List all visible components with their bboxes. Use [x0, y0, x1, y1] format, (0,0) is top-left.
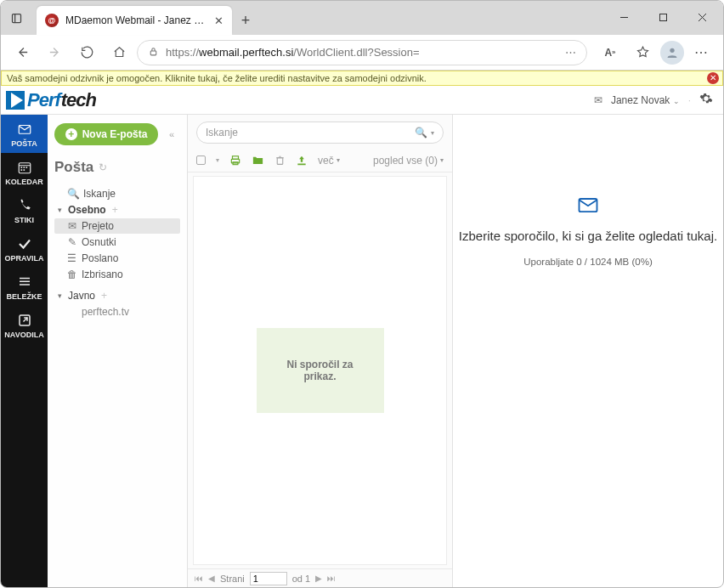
primary-nav: POŠTA KOLEDAR STIKI OPRAVILA BELEŽKE NAV…	[1, 115, 48, 587]
drafts-icon: ✎	[66, 236, 77, 248]
more-menu[interactable]: več ▾	[318, 155, 340, 167]
new-tab-button[interactable]: +	[232, 6, 259, 35]
nav-refresh-button[interactable]	[72, 38, 101, 67]
reading-placeholder: Izberite sporočilo, ki si ga želite ogle…	[459, 229, 717, 243]
sent-icon: ☰	[66, 252, 77, 264]
tab-actions-button[interactable]	[1, 1, 31, 35]
url-text: https://webmail.perftech.si/WorldClient.…	[166, 46, 558, 59]
folder-sent[interactable]: ☰Poslano	[54, 251, 180, 266]
pager-first[interactable]: ⏮	[195, 574, 203, 583]
url-more-icon[interactable]: ⋯	[565, 46, 576, 59]
svg-point-9	[670, 48, 674, 52]
svg-rect-17	[23, 169, 25, 171]
message-list: Ni sporočil za prikaz.	[193, 176, 447, 565]
pager-last[interactable]: ⏭	[327, 574, 336, 583]
tab-title: MDaemon Webmail - Janez Nov…	[65, 14, 207, 26]
window-minimize-button[interactable]	[604, 1, 643, 33]
window-close-button[interactable]	[682, 1, 721, 33]
add-public-folder-icon[interactable]: +	[101, 290, 107, 302]
tab-favicon: @	[45, 14, 59, 27]
settings-button[interactable]	[699, 92, 713, 108]
svg-rect-16	[20, 169, 22, 171]
refresh-folders-icon[interactable]: ↻	[99, 161, 107, 173]
browser-tab[interactable]: @ MDaemon Webmail - Janez Nov… ✕	[37, 6, 232, 35]
trash-icon: 🗑	[66, 269, 77, 280]
envelope-large-icon	[576, 193, 600, 217]
export-button[interactable]	[296, 155, 308, 167]
svg-rect-3	[659, 14, 666, 20]
window-maximize-button[interactable]	[643, 1, 682, 33]
nav-notes[interactable]: BELEŽKE	[1, 268, 48, 306]
tree-search[interactable]: 🔍Iskanje	[54, 186, 180, 201]
nav-mail[interactable]: POŠTA	[1, 115, 48, 153]
nav-calendar[interactable]: KOLEDAR	[1, 153, 48, 191]
tab-close-icon[interactable]: ✕	[214, 14, 223, 27]
check-icon	[17, 236, 32, 252]
plus-icon: +	[65, 128, 77, 140]
user-menu[interactable]: Janez Novak ⌄	[611, 94, 680, 106]
svg-rect-8	[150, 50, 156, 54]
reading-pane: Izberite sporočilo, ki si ga želite ogle…	[453, 115, 723, 587]
external-link-icon	[17, 313, 32, 328]
svg-rect-14	[23, 167, 25, 168]
add-folder-icon[interactable]: +	[112, 204, 118, 216]
svg-rect-15	[25, 167, 27, 168]
compose-button[interactable]: + Nova E-pošta	[54, 123, 158, 145]
folder-trash[interactable]: 🗑Izbrisano	[54, 267, 180, 282]
address-bar[interactable]: https://webmail.perftech.si/WorldClient.…	[137, 40, 587, 65]
app-menu-button[interactable]: ⋯	[687, 38, 716, 67]
message-list-pane: Iskanje 🔍 ▾ ▾ več ▾ pogled vse (0) ▾ Ni …	[188, 115, 453, 587]
pager-prev[interactable]: ◀	[208, 574, 215, 583]
nav-back-button[interactable]	[8, 38, 37, 67]
profile-button[interactable]	[660, 41, 684, 65]
list-icon	[17, 274, 32, 290]
nav-help[interactable]: NAVODILA	[1, 306, 48, 344]
pager-page-input[interactable]	[250, 572, 287, 585]
inbox-icon: ✉	[66, 220, 77, 232]
browser-toolbar: https://webmail.perftech.si/WorldClient.…	[1, 35, 723, 71]
nav-contacts[interactable]: STIKI	[1, 191, 48, 229]
envelope-icon: ✉	[594, 94, 602, 106]
site-info-icon[interactable]	[148, 46, 159, 59]
search-icon: 🔍	[68, 188, 79, 200]
svg-rect-0	[12, 14, 20, 22]
autoresponder-banner[interactable]: Vaš samodejni odzivnik je omogočen. Klik…	[1, 71, 723, 86]
public-perftech-tv[interactable]: perftech.tv	[54, 304, 180, 319]
list-toolbar: ▾ več ▾ pogled vse (0) ▾	[188, 149, 452, 172]
tree-personal[interactable]: ▾Osebno+	[54, 202, 180, 218]
delete-button[interactable]	[274, 155, 286, 166]
pager-next[interactable]: ▶	[315, 574, 322, 583]
folder-sidebar: + Nova E-pošta « Pošta ↻ 🔍Iskanje ▾Osebn…	[48, 115, 188, 587]
pager: ⏮ ◀ Strani od 1 ▶ ⏭	[188, 568, 452, 587]
quota-text: Uporabljate 0 / 1024 MB (0%)	[523, 257, 653, 267]
brand-logo: Perftech	[6, 89, 96, 111]
read-aloud-button[interactable]: A»	[596, 38, 625, 67]
nav-tasks[interactable]: OPRAVILA	[1, 229, 48, 268]
banner-close-icon[interactable]: ✕	[707, 72, 719, 84]
tree-public[interactable]: ▾Javno+	[54, 288, 180, 303]
svg-rect-13	[20, 167, 22, 168]
nav-forward-button[interactable]	[40, 38, 69, 67]
folder-inbox[interactable]: ✉Prejeto	[54, 218, 180, 234]
browser-titlebar: @ MDaemon Webmail - Janez Nov… ✕ +	[1, 1, 723, 35]
message-search-input[interactable]: Iskanje 🔍 ▾	[196, 122, 444, 144]
move-button[interactable]	[252, 154, 264, 167]
collapse-sidebar-button[interactable]: «	[163, 126, 180, 143]
svg-rect-25	[277, 158, 283, 165]
folder-tree: 🔍Iskanje ▾Osebno+ ✉Prejeto ✎Osnutki ☰Pos…	[54, 186, 180, 319]
sidebar-title: Pošta	[54, 159, 93, 176]
favorites-button[interactable]	[628, 38, 657, 67]
view-selector[interactable]: pogled vse (0) ▾	[373, 155, 444, 167]
search-dropdown-icon[interactable]: 🔍 ▾	[415, 127, 434, 139]
phone-icon	[17, 198, 32, 213]
select-all-checkbox[interactable]	[196, 155, 206, 165]
folder-drafts[interactable]: ✎Osnutki	[54, 235, 180, 250]
empty-state: Ni sporočil za prikaz.	[257, 328, 384, 413]
brand-mark-icon	[6, 91, 25, 110]
app-header: Perftech ✉ Janez Novak ⌄ ·	[1, 86, 723, 115]
print-button[interactable]	[229, 155, 241, 167]
nav-home-button[interactable]	[105, 38, 133, 67]
banner-text: Vaš samodejni odzivnik je omogočen. Klik…	[7, 73, 427, 83]
